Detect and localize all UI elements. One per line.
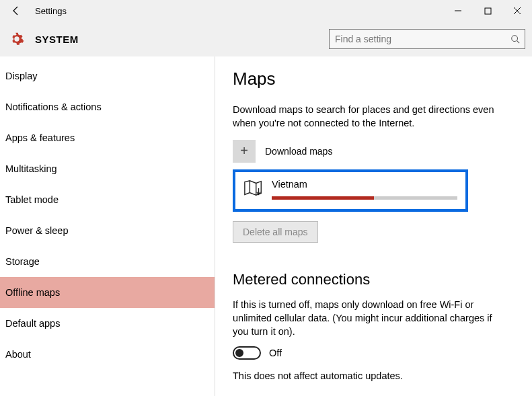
downloading-map-name: Vietnam bbox=[272, 179, 457, 190]
downloading-highlight: Vietnam bbox=[233, 169, 468, 212]
sidebar-item-label: Storage bbox=[5, 256, 40, 267]
sidebar-item-apps[interactable]: Apps & features bbox=[0, 122, 215, 153]
search-input[interactable] bbox=[329, 29, 525, 49]
metered-title: Metered connections bbox=[233, 271, 525, 288]
search-container bbox=[329, 29, 525, 49]
sidebar-item-about[interactable]: About bbox=[0, 339, 215, 370]
header-section: SYSTEM bbox=[35, 34, 79, 45]
map-download-icon bbox=[243, 179, 264, 198]
maximize-button[interactable] bbox=[473, 0, 502, 22]
arrow-left-icon bbox=[11, 5, 22, 16]
sidebar-item-label: Offline maps bbox=[5, 287, 60, 298]
sidebar-item-notifications[interactable]: Notifications & actions bbox=[0, 91, 215, 122]
sidebar-item-multitasking[interactable]: Multitasking bbox=[0, 153, 215, 184]
sidebar-item-storage[interactable]: Storage bbox=[0, 246, 215, 277]
close-icon bbox=[513, 7, 521, 15]
downloading-map-item[interactable]: Vietnam bbox=[243, 179, 457, 200]
progress-fill bbox=[272, 196, 374, 200]
sidebar-item-label: About bbox=[5, 349, 31, 360]
back-button[interactable] bbox=[3, 0, 30, 22]
metered-toggle[interactable] bbox=[233, 346, 261, 360]
svg-rect-0 bbox=[485, 8, 491, 14]
page-title: Maps bbox=[233, 69, 525, 89]
sidebar-item-default-apps[interactable]: Default apps bbox=[0, 308, 215, 339]
metered-note: This does not affect automatic updates. bbox=[233, 370, 525, 381]
plus-icon: + bbox=[233, 140, 256, 163]
delete-all-maps-button: Delete all maps bbox=[233, 221, 318, 243]
sidebar-item-label: Apps & features bbox=[5, 132, 75, 143]
sidebar-item-label: Multitasking bbox=[5, 163, 57, 174]
toggle-knob bbox=[235, 349, 243, 357]
metered-toggle-row: Off bbox=[233, 346, 525, 360]
sidebar-item-tablet[interactable]: Tablet mode bbox=[0, 184, 215, 215]
sidebar: Display Notifications & actions Apps & f… bbox=[0, 56, 215, 396]
header: SYSTEM bbox=[0, 22, 532, 56]
sidebar-item-label: Display bbox=[5, 71, 38, 81]
search-icon bbox=[510, 34, 520, 44]
close-button[interactable] bbox=[502, 0, 532, 22]
sidebar-item-label: Power & sleep bbox=[5, 225, 69, 236]
metered-description: If this is turned off, maps only downloa… bbox=[233, 298, 502, 339]
minimize-button[interactable] bbox=[443, 0, 473, 22]
sidebar-item-power[interactable]: Power & sleep bbox=[0, 215, 215, 246]
download-maps-button[interactable]: + Download maps bbox=[233, 140, 525, 163]
metered-toggle-label: Off bbox=[269, 348, 282, 358]
minimize-icon bbox=[454, 7, 462, 15]
sidebar-item-label: Tablet mode bbox=[5, 194, 59, 205]
progress-bar bbox=[272, 196, 457, 200]
sidebar-item-offline-maps[interactable]: Offline maps bbox=[0, 277, 215, 308]
page-description: Download maps to search for places and g… bbox=[233, 103, 502, 130]
window-controls bbox=[443, 0, 532, 22]
svg-point-1 bbox=[512, 36, 518, 42]
content: Maps Download maps to search for places … bbox=[215, 56, 532, 396]
maximize-icon bbox=[484, 7, 492, 15]
sidebar-item-label: Notifications & actions bbox=[5, 102, 102, 112]
sidebar-item-label: Default apps bbox=[5, 318, 60, 329]
titlebar: Settings bbox=[0, 0, 532, 22]
sidebar-item-display[interactable]: Display bbox=[0, 61, 215, 91]
app-title: Settings bbox=[35, 6, 67, 16]
gear-icon bbox=[9, 32, 24, 46]
download-maps-label: Download maps bbox=[265, 146, 332, 157]
